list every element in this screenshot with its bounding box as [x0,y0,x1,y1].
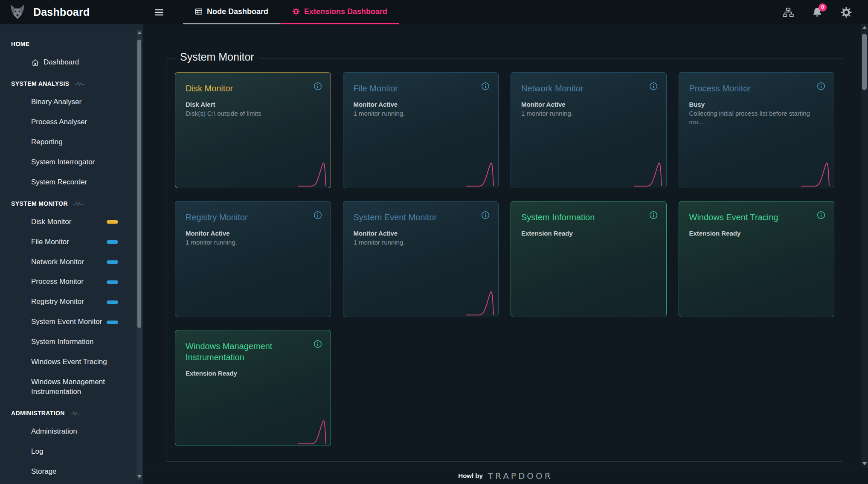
card-detail: Collecting initial process list before s… [689,109,824,127]
sidebar-item-dashboard[interactable]: Dashboard [0,52,143,73]
info-icon[interactable] [314,211,322,219]
sidebar-item-disk-monitor[interactable]: Disk Monitor [0,212,143,232]
section-title: ADMINISTRATION [11,410,65,417]
extension-card-windows-management-instrumentation[interactable]: Windows Management InstrumentationExtens… [175,330,331,446]
sitemap-icon[interactable] [783,7,794,18]
card-detail: 1 monitor running. [354,109,488,118]
main-content: System Monitor Disk MonitorDisk AlertDis… [143,24,868,467]
wolf-logo-icon [8,4,27,20]
section-title: SYSTEM MONITOR [11,200,68,207]
sidebar-item-windows-event-tracing[interactable]: Windows Event Tracing [0,352,143,372]
card-status: Disk Alert [186,101,320,108]
activity-wave-icon [74,81,85,87]
sidebar-item-file-monitor[interactable]: File Monitor [0,232,143,252]
info-icon[interactable] [481,211,490,219]
sidebar-item-log[interactable]: Log [0,442,143,462]
info-icon[interactable] [817,211,825,219]
activity-wave-icon [70,410,81,416]
card-detail: Disk(s) C:\ outside of limits [186,109,320,118]
extension-card-network-monitor[interactable]: Network MonitorMonitor Active1 monitor r… [511,72,667,188]
sidebar-item-windows-management-instrumentation[interactable]: Windows Management Instrumentation [0,372,143,402]
scroll-down-arrow[interactable] [137,475,142,478]
scroll-up-arrow[interactable] [137,31,142,34]
info-icon[interactable] [314,340,322,348]
notifications-bell-icon[interactable]: 0 [812,7,823,18]
scroll-down-arrow[interactable] [862,462,867,465]
sidebar-section-home: HOME [0,33,143,52]
sidebar-item-system-event-monitor[interactable]: System Event Monitor [0,312,143,332]
card-title: Windows Event Tracing [689,212,824,223]
activity-sparkline [464,160,497,188]
footer-credit: Howl by [458,472,483,479]
sidebar-item-binary-analyser[interactable]: Binary Analyser [0,92,143,112]
extension-card-windows-event-tracing[interactable]: Windows Event TracingExtension Ready [679,201,835,317]
sidebar-item-label: Binary Analyser [31,97,81,107]
sidebar-item-label: Windows Event Tracing [31,357,107,367]
sidebar-item-label: Network Monitor [31,257,84,267]
sidebar-item-storage[interactable]: Storage [0,462,143,482]
menu-toggle-button[interactable] [154,7,165,18]
sidebar-item-label: Registry Monitor [31,297,84,307]
status-pill-blue [107,240,118,244]
sidebar-scrollbar[interactable] [136,29,142,480]
system-monitor-panel: System Monitor Disk MonitorDisk AlertDis… [166,58,843,462]
card-title: Registry Monitor [186,212,320,223]
sidebar-item-process-monitor[interactable]: Process Monitor [0,272,143,292]
tab-extensions-dashboard[interactable]: Extensions Dashboard [280,0,399,24]
sidebar-item-label: System Interrogator [31,157,95,167]
sidebar-item-label: File Monitor [31,237,69,247]
tab-node-dashboard[interactable]: Node Dashboard [183,0,280,24]
extension-card-system-information[interactable]: System InformationExtension Ready [511,201,667,317]
sidebar-item-system-interrogator[interactable]: System Interrogator [0,152,143,172]
info-icon[interactable] [314,82,322,90]
card-status: Monitor Active [354,230,488,237]
activity-wave-icon [73,201,84,207]
extension-card-process-monitor[interactable]: Process MonitorBusyCollecting initial pr… [679,72,835,188]
info-icon[interactable] [649,82,658,90]
app-shell: HOMEDashboardSYSTEM ANALYSISBinary Analy… [0,24,868,484]
scroll-up-arrow[interactable] [862,26,867,29]
sidebar-item-system-information[interactable]: System Information [0,332,143,352]
card-status: Monitor Active [521,101,656,108]
brand-area: Dashboard [0,4,143,20]
section-title: SYSTEM ANALYSIS [11,80,69,87]
extension-card-system-event-monitor[interactable]: System Event MonitorMonitor Active1 moni… [343,201,499,317]
home-icon [31,58,39,67]
activity-sparkline [296,160,330,188]
scrollbar-thumb[interactable] [137,40,141,328]
top-bar: Dashboard Node DashboardExtensions Dashb… [0,0,868,24]
notification-badge: 0 [819,3,827,12]
sidebar-item-system-recorder[interactable]: System Recorder [0,172,143,192]
sidebar-item-network-monitor[interactable]: Network Monitor [0,252,143,272]
card-grid: Disk MonitorDisk AlertDisk(s) C:\ outsid… [175,72,834,446]
sidebar-item-label: Storage [31,467,57,477]
card-detail: 1 monitor running. [521,109,656,118]
sidebar-nav: HOMEDashboardSYSTEM ANALYSISBinary Analy… [0,33,143,482]
extension-card-registry-monitor[interactable]: Registry MonitorMonitor Active1 monitor … [175,201,331,317]
card-title: File Monitor [354,83,488,94]
gear-icon [292,8,300,15]
grid-icon [195,8,203,15]
card-status: Extension Ready [186,370,320,377]
main-scrollbar[interactable] [861,24,868,467]
extension-card-disk-monitor[interactable]: Disk MonitorDisk AlertDisk(s) C:\ outsid… [175,72,331,188]
sidebar-item-process-analyser[interactable]: Process Analyser [0,112,143,132]
sidebar-item-reporting[interactable]: Reporting [0,132,143,152]
settings-gear-icon[interactable] [841,7,852,18]
sidebar-item-administration[interactable]: Administration [0,422,143,442]
scrollbar-thumb[interactable] [862,34,867,90]
sidebar-item-label: Administration [31,427,77,437]
info-icon[interactable] [481,82,490,90]
card-status: Monitor Active [186,230,320,237]
extension-card-file-monitor[interactable]: File MonitorMonitor Active1 monitor runn… [343,72,499,188]
sidebar-item-label: System Information [31,337,93,347]
sidebar-item-label: System Event Monitor [31,317,102,327]
footer: Howl by TRAPDOOR [143,467,868,484]
info-icon[interactable] [817,82,825,90]
sidebar-item-registry-monitor[interactable]: Registry Monitor [0,292,143,312]
sidebar-item-label: Windows Management Instrumentation [31,377,118,397]
sidebar-item-label: Log [31,447,43,457]
app-title: Dashboard [33,6,90,18]
footer-brand-logo: TRAPDOOR [488,471,553,481]
info-icon[interactable] [649,211,658,219]
